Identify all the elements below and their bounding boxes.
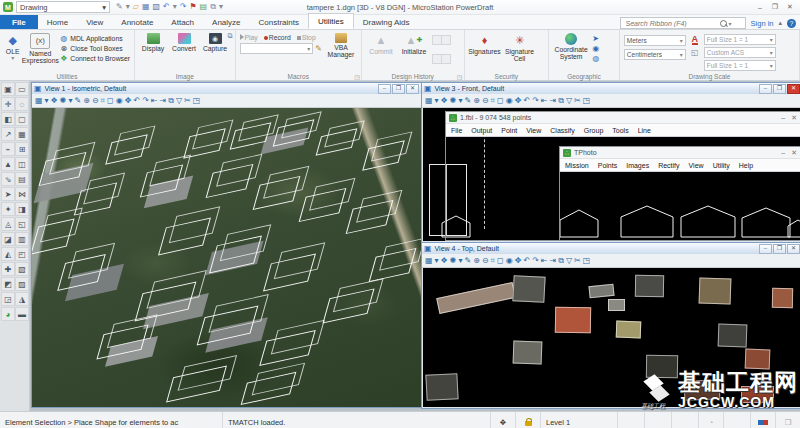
view1-titlebar[interactable]: ▣ View 1 - Isometric, Default – ❐ ✕: [32, 83, 421, 94]
zoom-out-icon[interactable]: ⊖: [92, 95, 99, 107]
coordinate-system-button[interactable]: Coordinate System: [553, 32, 589, 71]
zoom-in-icon[interactable]: ⊕: [473, 95, 480, 107]
left-tool-icon[interactable]: ✚: [1, 262, 15, 276]
left-tool-icon[interactable]: ◪: [1, 232, 15, 246]
view-setup-icon[interactable]: ✺: [60, 95, 67, 107]
left-tool-icon[interactable]: ◬: [1, 217, 15, 231]
image-display-button[interactable]: Display: [139, 32, 167, 71]
view-setup-icon[interactable]: ✺: [450, 95, 457, 107]
display-dropdown-icon[interactable]: ▾: [435, 95, 439, 107]
left-tool-icon[interactable]: ➤: [1, 187, 15, 201]
tab-view[interactable]: View: [77, 15, 112, 29]
fbi-close-button[interactable]: ✕: [791, 114, 797, 122]
tphoto-menu-help[interactable]: Help: [739, 162, 753, 169]
fbi-menu-line[interactable]: Line: [638, 127, 651, 134]
image-save-icon[interactable]: ⧉: [228, 32, 233, 40]
left-tool-icon[interactable]: ▧: [15, 262, 29, 276]
sub-unit-combo[interactable]: Centimeters▾: [624, 49, 686, 60]
status-cell[interactable]: [723, 412, 750, 428]
edit-macro-icon[interactable]: ✎: [315, 44, 322, 53]
left-tool-icon[interactable]: ◭: [1, 247, 15, 261]
left-tool-icon[interactable]: ◧: [1, 112, 15, 126]
tphoto-close-button[interactable]: ✕: [791, 149, 797, 157]
left-tool-icon[interactable]: ◌: [15, 97, 29, 111]
design-history-dialog-launcher-icon[interactable]: ◳: [457, 73, 463, 80]
history-mini-button[interactable]: [441, 35, 451, 45]
status-cell[interactable]: [671, 412, 698, 428]
left-tool-icon[interactable]: ⋈: [15, 187, 29, 201]
copy-view-icon[interactable]: ⧉: [558, 255, 564, 267]
design-history-status-icon[interactable]: [750, 412, 775, 428]
fbi-menu-point[interactable]: Point: [501, 127, 517, 134]
fbi-menu-tools[interactable]: Tools: [612, 127, 628, 134]
restore-button[interactable]: ❐: [768, 2, 782, 13]
redo-icon[interactable]: ↷: [180, 2, 187, 12]
left-tool-icon[interactable]: ▭: [15, 82, 29, 96]
left-tool-icon[interactable]: ◰: [15, 247, 29, 261]
tool-dropdown-icon[interactable]: ▾: [126, 2, 130, 12]
status-cell[interactable]: [644, 412, 671, 428]
tab-drawing-aids[interactable]: Drawing Aids: [354, 15, 419, 29]
initialize-button[interactable]: ▲✚ Initialize: [399, 32, 429, 71]
view-previous-icon[interactable]: ↶: [133, 95, 140, 107]
zoom-out-icon[interactable]: ⊖: [482, 255, 489, 267]
window-area-icon[interactable]: ⌗: [491, 255, 496, 267]
close-button[interactable]: ✕: [783, 2, 797, 13]
left-tool-icon[interactable]: ⌁: [1, 142, 15, 156]
left-tool-icon[interactable]: ▣: [1, 82, 15, 96]
pin-icon[interactable]: ⚑: [189, 2, 196, 12]
save-settings-icon[interactable]: ▧: [152, 2, 160, 12]
mdl-applications-button[interactable]: ◍ MDL Applications: [59, 34, 130, 43]
display-dropdown-icon[interactable]: ▾: [435, 255, 439, 267]
clip-volume-icon[interactable]: ▽: [566, 255, 572, 267]
pan-view-icon[interactable]: ✥: [515, 255, 522, 267]
view1-close-button[interactable]: ✕: [406, 84, 419, 94]
left-tool-icon[interactable]: ◮: [15, 292, 29, 306]
left-tool-icon[interactable]: ⊞: [15, 142, 29, 156]
acs-scale-combo[interactable]: Full Size 1 = 1▾: [704, 60, 776, 71]
left-tool-icon[interactable]: ⇘: [1, 172, 15, 186]
left-tool-icon[interactable]: ▤: [15, 172, 29, 186]
dialog-with-focus-icon[interactable]: ❒: [775, 412, 800, 428]
save-icon[interactable]: ▦: [142, 2, 150, 12]
pan-view-icon[interactable]: ✥: [125, 95, 132, 107]
geo-tool-icon[interactable]: ◍: [592, 54, 599, 63]
annotation-scale-lock-icon[interactable]: A: [692, 35, 699, 45]
search-ribbon-box[interactable]: ▾: [620, 17, 746, 29]
print-icon[interactable]: ▤: [200, 2, 208, 12]
setup-dropdown-icon[interactable]: ▾: [458, 255, 462, 267]
view-display-mode-icon[interactable]: ▦: [35, 95, 43, 107]
view4-minimize-button[interactable]: –: [759, 244, 772, 254]
setup-dropdown-icon[interactable]: ▾: [68, 95, 72, 107]
view-back-icon[interactable]: ⇤: [541, 95, 548, 107]
left-tool-icon[interactable]: ◩: [1, 277, 15, 291]
acs-lock-icon[interactable]: ◱: [691, 48, 699, 57]
view-next-icon[interactable]: ↷: [532, 95, 539, 107]
macro-select-combo[interactable]: ▾: [240, 43, 314, 54]
clip-volume-icon[interactable]: ▽: [176, 95, 182, 107]
signature-cell-button[interactable]: ✳ Signature Cell: [504, 32, 536, 71]
status-cell[interactable]: [617, 412, 644, 428]
minimize-button[interactable]: –: [753, 2, 767, 13]
fit-view-icon[interactable]: ◻: [497, 95, 504, 107]
rotate-view-icon[interactable]: ◉: [506, 255, 513, 267]
presentation-icon[interactable]: ❖: [51, 95, 58, 107]
left-tool-icon[interactable]: ✛: [1, 97, 15, 111]
acs-combo[interactable]: Custom ACS▾: [704, 47, 776, 58]
macro-stop-button[interactable]: Stop: [297, 34, 316, 41]
fit-view-icon[interactable]: ◻: [497, 255, 504, 267]
annotation-scale-combo[interactable]: Full Size 1 = 1▾: [704, 34, 776, 45]
lock-icon[interactable]: [515, 412, 540, 428]
tab-utilities[interactable]: Utilities: [308, 13, 354, 29]
tab-attach[interactable]: Attach: [162, 15, 203, 29]
tphoto-menu-rectify[interactable]: Rectify: [658, 162, 679, 169]
view4-titlebar[interactable]: ▣ View 4 - Top, Default – ❐ ✕: [422, 243, 800, 254]
left-tool-icon[interactable]: ▥: [15, 232, 29, 246]
undo-dropdown-icon[interactable]: ▾: [173, 2, 177, 12]
left-tool-icon[interactable]: ▬: [15, 307, 29, 321]
view-forward-icon[interactable]: ⇥: [550, 255, 557, 267]
fbi-menu-output[interactable]: Output: [471, 127, 492, 134]
ole-button[interactable]: ◆ OLE ▾: [4, 32, 21, 71]
tphoto-menu-images[interactable]: Images: [626, 162, 649, 169]
vba-manager-button[interactable]: VBA Manager: [325, 32, 357, 71]
